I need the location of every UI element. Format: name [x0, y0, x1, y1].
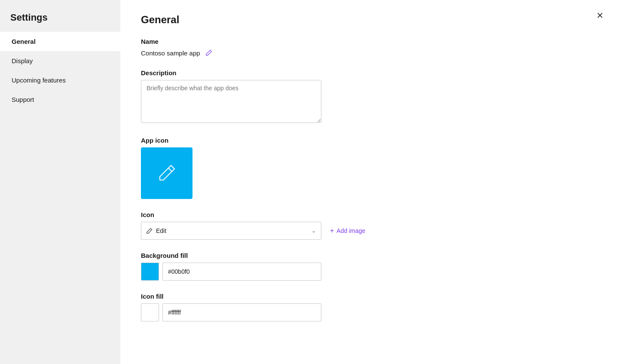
sidebar-item-display[interactable]: Display [0, 51, 120, 70]
icon-label: Icon [141, 211, 596, 218]
sidebar-title: Settings [0, 0, 120, 32]
chevron-down-icon: ⌄ [312, 228, 316, 234]
background-fill-swatch[interactable] [141, 263, 159, 281]
sidebar-nav: General Display Upcoming features Suppor… [0, 32, 120, 109]
icon-fill-swatch[interactable] [141, 303, 159, 321]
icon-dropdown-inner: Edit [147, 227, 166, 234]
close-icon: ✕ [596, 10, 604, 21]
background-fill-section: Background fill [141, 252, 596, 281]
icon-fill-section: Icon fill [141, 293, 596, 321]
background-fill-input[interactable] [162, 263, 321, 281]
sidebar-item-general[interactable]: General [0, 32, 120, 51]
close-button[interactable]: ✕ [593, 9, 607, 22]
sidebar: Settings General Display Upcoming featur… [0, 0, 120, 364]
background-fill-row [141, 263, 596, 281]
name-value-row: Contoso sample app [141, 49, 596, 57]
add-image-button[interactable]: + Add image [327, 224, 369, 237]
icon-section: Icon Edit ⌄ + Add image [141, 211, 596, 240]
app-icon-label: App icon [141, 137, 596, 144]
plus-icon: + [330, 227, 334, 235]
edit-name-button[interactable] [205, 49, 213, 57]
name-label: Name [141, 38, 596, 45]
icon-fill-row [141, 303, 596, 321]
description-textarea[interactable] [141, 80, 321, 123]
app-name-text: Contoso sample app [141, 49, 200, 57]
sidebar-item-upcoming-features[interactable]: Upcoming features [0, 70, 120, 90]
icon-fill-input[interactable] [162, 303, 321, 321]
name-section: Name Contoso sample app [141, 38, 596, 57]
app-icon-pencil [156, 162, 178, 184]
icon-dropdown[interactable]: Edit ⌄ [141, 222, 321, 240]
page-title: General [141, 14, 596, 26]
app-icon-preview[interactable] [141, 147, 192, 199]
app-icon-section: App icon [141, 137, 596, 199]
main-content: ✕ General Name Contoso sample app Descri… [120, 0, 617, 364]
icon-dropdown-value: Edit [156, 227, 166, 234]
sidebar-item-support[interactable]: Support [0, 90, 120, 109]
description-label: Description [141, 69, 596, 76]
description-section: Description [141, 69, 596, 125]
pencil-edit-icon [205, 49, 212, 56]
icon-row: Edit ⌄ + Add image [141, 222, 596, 240]
add-image-label: Add image [336, 227, 365, 234]
background-fill-label: Background fill [141, 252, 596, 259]
dropdown-pencil-icon [147, 228, 153, 234]
icon-fill-label: Icon fill [141, 293, 596, 300]
